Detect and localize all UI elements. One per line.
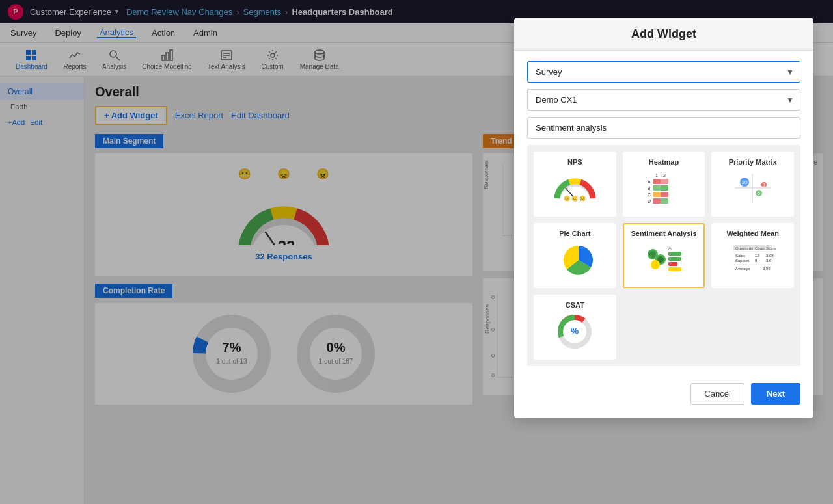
widget-sentiment-analysis[interactable]: Sentiment Analysis A [623,223,705,288]
widget-nps-img: 😊 😐 😢 [552,168,597,207]
widget-grid: NPS 😊 😐 😢 Heatmap [527,145,800,366]
svg-rect-55 [653,192,661,197]
widget-pie-chart-img [552,240,597,279]
svg-text:Average: Average [735,267,750,271]
svg-text:3: 3 [763,183,765,187]
svg-text:D: D [648,199,651,204]
svg-rect-51 [653,179,661,184]
next-button[interactable]: Next [751,383,800,405]
svg-rect-57 [653,198,661,204]
demo-cx1-select[interactable]: Demo CX1 [527,89,800,111]
widget-nps-label: NPS [567,158,582,166]
modal-footer: Cancel Next [514,377,813,405]
svg-text:C: C [668,256,672,261]
widget-csat-img: % [552,312,597,351]
svg-text:A: A [648,179,651,184]
widget-csat[interactable]: CSAT % [534,295,616,360]
svg-rect-54 [661,185,668,191]
svg-text:B: B [648,186,651,191]
widget-heatmap[interactable]: Heatmap 1 2 A B C D [623,152,705,217]
svg-text:9: 9 [755,259,758,263]
svg-text:12: 12 [755,254,759,258]
svg-text:Support: Support [735,259,749,263]
svg-rect-76 [668,267,681,271]
widget-priority-matrix[interactable]: Priority Matrix 10 5 3 [711,152,794,217]
modal-body: Survey ▼ Demo CX1 ▼ NPS [514,51,813,377]
svg-text:😊 😐 😢: 😊 😐 😢 [564,195,586,202]
widget-sentiment-img: A B C D [641,240,687,279]
svg-text:3.6: 3.6 [766,259,772,263]
svg-text:%: % [571,326,579,336]
svg-rect-53 [653,185,661,191]
demo-cx1-select-wrap: Demo CX1 ▼ [527,89,800,111]
widget-priority-matrix-img: 10 5 3 [730,168,776,207]
widget-heatmap-label: Heatmap [649,158,679,166]
svg-text:B: B [668,251,672,256]
svg-text:10: 10 [742,179,748,185]
svg-text:1: 1 [656,173,659,178]
svg-text:2: 2 [664,173,666,178]
sentiment-input[interactable] [527,117,800,139]
svg-text:5: 5 [758,191,760,196]
widget-pie-chart-label: Pie Chart [559,230,590,237]
svg-text:D: D [668,261,672,266]
widget-sentiment-label: Sentiment Analysis [631,230,696,237]
widget-csat-label: CSAT [566,301,584,309]
widget-heatmap-img: 1 2 A B C D [641,168,687,207]
svg-text:Questions: Questions [735,246,753,250]
svg-text:3.99: 3.99 [763,267,771,271]
add-widget-modal: Add Widget Survey ▼ Demo CX1 ▼ NPS [514,18,813,418]
widget-nps[interactable]: NPS 😊 😐 😢 [534,152,616,217]
widget-weighted-mean[interactable]: Weighted Mean Questions Count Score Sale… [711,223,794,288]
widget-weighted-mean-img: Questions Count Score Sales 12 3.98 Supp… [730,240,776,279]
survey-select[interactable]: Survey [527,61,800,83]
svg-point-69 [649,251,656,258]
cancel-button[interactable]: Cancel [690,383,744,405]
svg-text:3.98: 3.98 [766,254,774,258]
survey-select-wrap: Survey ▼ [527,61,800,83]
svg-text:Score: Score [766,246,776,250]
modal-title: Add Widget [514,18,813,51]
svg-rect-56 [661,192,668,197]
svg-point-72 [651,260,660,269]
svg-text:Sales: Sales [735,254,745,258]
svg-rect-52 [661,179,668,184]
widget-pie-chart[interactable]: Pie Chart [534,223,616,288]
svg-text:A: A [668,246,672,250]
widget-weighted-mean-label: Weighted Mean [726,230,778,237]
svg-text:C: C [648,192,651,197]
svg-text:Count: Count [755,246,765,250]
widget-priority-matrix-label: Priority Matrix [729,158,777,166]
svg-rect-58 [661,198,668,204]
